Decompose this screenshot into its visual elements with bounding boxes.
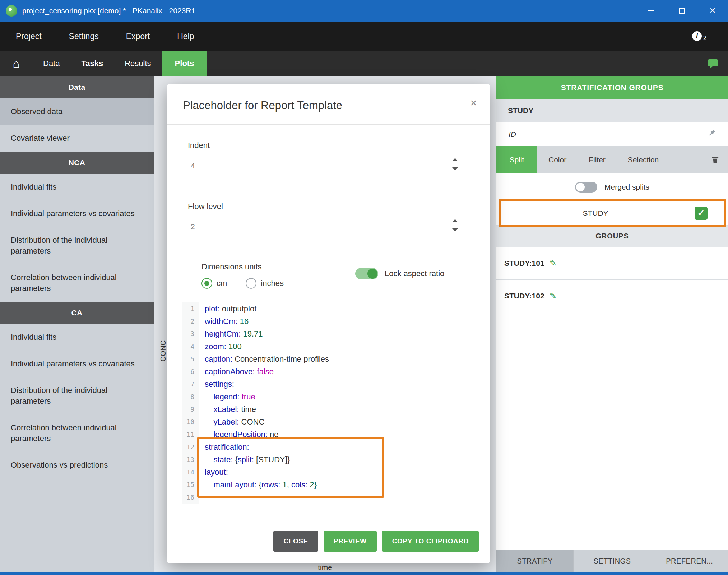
sidebar-item-nca-parameters-vs-covariates[interactable]: Individual parameters vs covariates — [0, 200, 154, 227]
sidebar-item-nca-correlation[interactable]: Correlation between individual parameter… — [0, 264, 154, 302]
flow-level-input[interactable]: 2 — [188, 217, 460, 234]
dimensions-units-radios: cm inches — [201, 278, 284, 289]
tab-selection[interactable]: Selection — [617, 146, 670, 173]
code-line[interactable]: 4zoom: 100 — [182, 340, 481, 353]
dialog-close-button[interactable]: × — [470, 96, 477, 110]
minimize-button[interactable] — [635, 0, 666, 22]
lock-aspect-ratio-toggle[interactable] — [355, 268, 378, 279]
edit-group-icon[interactable]: ✎ — [550, 258, 557, 268]
menu-item-help[interactable]: Help — [163, 22, 208, 51]
code-line[interactable]: 6captionAbove: false — [182, 365, 481, 378]
code-line[interactable]: 14layout: — [182, 466, 481, 478]
code-line[interactable]: 15 mainLayout: {rows: 1, cols: 2} — [182, 478, 481, 491]
tab-filter[interactable]: Filter — [578, 146, 617, 173]
copy-to-clipboard-button[interactable]: COPY TO CLIPBOARD — [382, 531, 479, 552]
stratification-tabs: Split Color Filter Selection — [496, 146, 728, 173]
code-line[interactable]: 12stratification: — [182, 441, 481, 453]
menu-item-settings[interactable]: Settings — [55, 22, 112, 51]
maximize-button[interactable] — [666, 0, 697, 22]
code-line-text: xLabel: time — [199, 403, 256, 416]
code-line[interactable]: 3heightCm: 19.71 — [182, 328, 481, 340]
flow-level-stepper — [451, 219, 459, 232]
spinner-up-icon[interactable] — [452, 158, 458, 161]
sidebar-item-ca-distribution[interactable]: Distribution of the individual parameter… — [0, 377, 154, 414]
merged-splits-toggle[interactable] — [575, 182, 597, 193]
code-line[interactable]: 11 legendPosition: ne — [182, 428, 481, 441]
line-number: 2 — [182, 315, 199, 328]
tab-tasks[interactable]: Tasks — [70, 51, 114, 76]
code-line[interactable]: 2widthCm: 16 — [182, 315, 481, 328]
settings-tab-button[interactable]: SETTINGS — [573, 550, 650, 572]
radio-cm[interactable] — [201, 278, 212, 289]
sidebar-item-ca-observations-vs-predictions[interactable]: Observations vs predictions — [0, 452, 154, 478]
trash-icon — [711, 155, 719, 164]
sidebar-item-observed-data[interactable]: Observed data — [0, 98, 154, 125]
info-button[interactable]: i 2 — [692, 31, 706, 41]
info-badge: 2 — [703, 35, 706, 41]
menu-item-project[interactable]: Project — [2, 22, 55, 51]
code-line[interactable]: 10 yLabel: CONC — [182, 416, 481, 428]
close-button[interactable]: ✕ — [697, 0, 728, 22]
sidebar-item-covariate-viewer[interactable]: Covariate viewer — [0, 125, 154, 152]
sidebar-section-data: Data — [0, 76, 154, 98]
id-row-label: ID — [509, 130, 516, 139]
code-line[interactable]: 1plot: outputplot — [182, 302, 481, 315]
tab-color[interactable]: Color — [537, 146, 578, 173]
preferences-tab-button[interactable]: PREFEREN... — [651, 550, 728, 572]
radio-inches[interactable] — [246, 278, 256, 289]
window-border — [0, 572, 728, 575]
spinner-down-icon[interactable] — [452, 167, 458, 171]
pin-icon[interactable] — [706, 129, 716, 140]
edit-group-icon[interactable]: ✎ — [550, 291, 557, 301]
covariate-row-id[interactable]: ID — [496, 122, 728, 146]
report-template-dialog: Placeholder for Report Template × Indent… — [167, 84, 490, 563]
titlebar: project_censoring.pkx [demo] * - PKanali… — [0, 0, 728, 22]
line-number: 1 — [182, 302, 199, 315]
sidebar-item-ca-correlation[interactable]: Correlation between individual parameter… — [0, 414, 154, 452]
split-study-checkbox[interactable]: ✓ — [695, 207, 708, 220]
plots-sidebar: Data Observed data Covariate viewer NCA … — [0, 76, 154, 572]
covariate-row-label: STUDY — [508, 106, 533, 115]
check-icon: ✓ — [697, 208, 705, 218]
tab-plots[interactable]: Plots — [162, 51, 207, 76]
chat-bubble-icon — [707, 59, 719, 69]
covariate-row-study[interactable]: STUDY — [496, 99, 728, 122]
delete-stratification-button[interactable] — [711, 146, 719, 173]
line-number: 14 — [182, 466, 199, 478]
code-line[interactable]: 7settings: — [182, 378, 481, 390]
code-editor: 1plot: outputplot2widthCm: 163heightCm: … — [182, 302, 481, 504]
code-line[interactable]: 16 — [182, 491, 481, 504]
code-line[interactable]: 13 state: {split: [STUDY]} — [182, 453, 481, 466]
stratify-tab-button[interactable]: STRATIFY — [496, 550, 573, 572]
tab-data[interactable]: Data — [32, 51, 70, 76]
spinner-down-icon[interactable] — [452, 228, 458, 232]
spinner-up-icon[interactable] — [452, 219, 458, 222]
code-line[interactable]: 9 xLabel: time — [182, 403, 481, 416]
sidebar-section-ca: CA — [0, 302, 154, 324]
menu-item-export[interactable]: Export — [112, 22, 163, 51]
dialog-title: Placeholder for Report Template — [183, 99, 342, 112]
indent-label: Indent — [188, 141, 460, 150]
tab-results[interactable]: Results — [114, 51, 162, 76]
sidebar-item-nca-individual-fits[interactable]: Individual fits — [0, 174, 154, 200]
sidebar-item-ca-parameters-vs-covariates[interactable]: Individual parameters vs covariates — [0, 351, 154, 377]
sidebar-item-ca-individual-fits[interactable]: Individual fits — [0, 324, 154, 351]
stratification-panel: STRATIFICATION GROUPS STUDY ID Split Col… — [496, 76, 728, 572]
menubar: Project Settings Export Help i 2 — [0, 22, 728, 51]
close-icon: ✕ — [709, 6, 716, 15]
home-button[interactable]: ⌂ — [0, 51, 32, 76]
code-line-text: mainLayout: {rows: 1, cols: 2} — [199, 478, 317, 491]
code-line-text: heightCm: 19.71 — [199, 328, 263, 340]
sidebar-item-nca-distribution[interactable]: Distribution of the individual parameter… — [0, 227, 154, 264]
code-line[interactable]: 8 legend: true — [182, 390, 481, 403]
indent-input[interactable]: 4 — [188, 156, 460, 173]
plot-x-axis-label: time — [318, 563, 332, 572]
feedback-button[interactable] — [707, 51, 719, 76]
preview-button[interactable]: PREVIEW — [324, 531, 377, 552]
close-dialog-button[interactable]: CLOSE — [273, 531, 318, 552]
divider — [167, 124, 490, 125]
split-study-label: STUDY — [496, 209, 695, 218]
tab-split[interactable]: Split — [496, 146, 537, 173]
code-line[interactable]: 5caption: Concentration-time profiles — [182, 353, 481, 365]
group-row-study-101: STUDY:101 ✎ — [496, 247, 728, 280]
